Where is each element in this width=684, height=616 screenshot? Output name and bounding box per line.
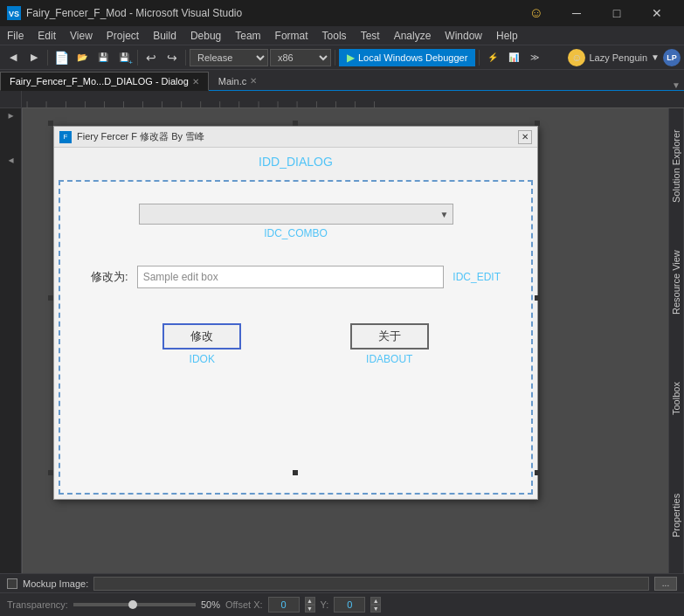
user-dropdown-icon[interactable]: ▼ bbox=[651, 52, 660, 62]
sel-handle-tl[interactable] bbox=[48, 121, 53, 126]
ruler-tick-2: | bbox=[65, 100, 66, 107]
redo-icon[interactable]: ↪ bbox=[162, 48, 182, 67]
dialog-inner: ▼ IDC_COMBO 修改为: Sample edit box IDC_ bbox=[59, 180, 533, 495]
offset-y-down[interactable]: ▼ bbox=[370, 605, 381, 613]
sel-handle-ml[interactable] bbox=[48, 295, 53, 301]
left-arrow-bottom[interactable]: ► bbox=[6, 156, 16, 166]
dialog-window: F Fiery Fercer F 修改器 By 雪峰 ✕ IDD_DIALOG bbox=[53, 126, 538, 500]
menu-debug[interactable]: Debug bbox=[183, 26, 228, 45]
tab-mainc-close[interactable]: ✕ bbox=[250, 76, 257, 86]
open-icon[interactable]: 📂 bbox=[73, 48, 92, 67]
new-file-icon[interactable]: 📄 bbox=[52, 48, 71, 67]
menu-format[interactable]: Format bbox=[268, 26, 315, 45]
menu-bar: File Edit View Project Build Debug Team … bbox=[0, 26, 684, 45]
ruler-tick-5: | bbox=[122, 100, 124, 107]
menu-file[interactable]: File bbox=[0, 26, 31, 45]
feedback-icon[interactable]: ☺ bbox=[516, 0, 556, 26]
menu-window[interactable]: Window bbox=[438, 26, 489, 45]
ok-button[interactable]: 修改 bbox=[162, 323, 241, 350]
svg-text:VS: VS bbox=[9, 10, 19, 18]
slider-thumb[interactable] bbox=[128, 600, 137, 609]
edit-row: 修改为: Sample edit box IDC_EDIT bbox=[91, 266, 501, 288]
configuration-combo[interactable]: Release Debug bbox=[190, 49, 268, 66]
offset-y-input[interactable]: 0 bbox=[334, 597, 365, 613]
sel-handle-bm[interactable] bbox=[293, 470, 298, 475]
ruler-tick-12: | bbox=[258, 100, 259, 107]
platform-combo[interactable]: x86 x64 bbox=[270, 49, 331, 66]
sel-handle-bl[interactable] bbox=[48, 470, 53, 475]
sel-handle-tm[interactable] bbox=[293, 121, 298, 126]
toolbar-sep-5 bbox=[479, 50, 480, 66]
bottom-area: Mockup Image: ... Transparency: 50% Offs… bbox=[0, 573, 684, 616]
sel-handle-tr[interactable] bbox=[535, 121, 540, 126]
more-icon[interactable]: ≫ bbox=[525, 48, 544, 67]
title-bar-left: VS Fairy_Fencer_F_Mod - Microsoft Visual… bbox=[7, 6, 242, 20]
transparency-value: 50% bbox=[201, 599, 220, 610]
resource-view-tab[interactable]: Resource View bbox=[669, 225, 684, 341]
menu-team[interactable]: Team bbox=[228, 26, 267, 45]
ruler-tick-10: | bbox=[219, 100, 221, 107]
window-controls: ☺ ─ □ ✕ bbox=[516, 0, 677, 26]
ruler-tick-7: | bbox=[162, 100, 163, 107]
tab-dropdown-btn[interactable]: ▼ bbox=[672, 80, 684, 90]
maximize-button[interactable]: □ bbox=[597, 0, 637, 26]
minimize-button[interactable]: ─ bbox=[556, 0, 597, 26]
offset-x-up[interactable]: ▲ bbox=[305, 597, 315, 605]
ruler-tick-15: | bbox=[315, 100, 317, 107]
dialog-edit-box[interactable]: Sample edit box bbox=[137, 266, 445, 288]
solution-explorer-tab[interactable]: Solution Explorer bbox=[669, 108, 684, 225]
left-arrow-top[interactable]: ◄ bbox=[6, 112, 16, 121]
toolbar-back-btn[interactable]: ◀ bbox=[3, 48, 23, 67]
ruler-tick-11: | bbox=[238, 100, 240, 107]
save-icon[interactable]: 💾 bbox=[93, 48, 113, 67]
window-title: Fairy_Fencer_F_Mod - Microsoft Visual St… bbox=[26, 7, 242, 19]
mockup-image-input[interactable] bbox=[93, 577, 649, 591]
properties-tab[interactable]: Properties bbox=[669, 457, 684, 573]
about-button[interactable]: 关于 bbox=[350, 323, 429, 350]
design-canvas[interactable]: F Fiery Fercer F 修改器 By 雪峰 ✕ IDD_DIALOG bbox=[23, 108, 668, 573]
offset-x-down[interactable]: ▼ bbox=[305, 605, 315, 613]
sel-handle-br[interactable] bbox=[535, 470, 540, 475]
menu-project[interactable]: Project bbox=[100, 26, 146, 45]
user-initials[interactable]: LP bbox=[663, 49, 681, 66]
left-ruler: ◄ ► bbox=[0, 91, 22, 573]
menu-tools[interactable]: Tools bbox=[315, 26, 354, 45]
ruler-tick-0: | bbox=[26, 100, 28, 107]
tab-dialog[interactable]: Fairy_Fencer_F_Mo...D_DIALOG - Dialog ✕ bbox=[0, 72, 209, 91]
menu-edit[interactable]: Edit bbox=[31, 26, 63, 45]
offset-x-input[interactable]: 0 bbox=[268, 597, 300, 613]
offset-y-up[interactable]: ▲ bbox=[370, 597, 381, 605]
dialog-buttons: 修改 IDOK 关于 IDABOUT bbox=[73, 323, 518, 365]
start-debug-button[interactable]: ▶ Local Windows Debugger bbox=[339, 49, 475, 66]
dialog-combo-box[interactable]: ▼ bbox=[139, 204, 453, 225]
ruler-tick-4: | bbox=[103, 100, 105, 107]
mockup-browse-btn[interactable]: ... bbox=[654, 577, 677, 591]
sel-handle-mr[interactable] bbox=[535, 295, 540, 301]
dialog-close-btn[interactable]: ✕ bbox=[518, 130, 532, 144]
close-button[interactable]: ✕ bbox=[637, 0, 677, 26]
menu-test[interactable]: Test bbox=[354, 26, 387, 45]
undo-icon[interactable]: ↩ bbox=[142, 48, 161, 67]
menu-view[interactable]: View bbox=[63, 26, 100, 45]
toolbox-tab[interactable]: Toolbox bbox=[669, 341, 684, 457]
attach-icon[interactable]: ⚡ bbox=[483, 48, 502, 67]
toolbar-forward-btn[interactable]: ▶ bbox=[24, 48, 44, 67]
menu-help[interactable]: Help bbox=[489, 26, 525, 45]
save-all-icon[interactable]: 💾+ bbox=[114, 48, 134, 67]
top-ruler: | | | | | | | | | | | | | | | bbox=[22, 91, 684, 108]
mockup-checkbox[interactable] bbox=[7, 578, 17, 589]
mockup-label: Mockup Image: bbox=[23, 578, 88, 589]
tab-dialog-label: Fairy_Fencer_F_Mo...D_DIALOG - Dialog bbox=[10, 76, 189, 87]
ruler-tick-1: | bbox=[45, 100, 47, 107]
idabout-label: IDABOUT bbox=[366, 353, 412, 365]
menu-analyze[interactable]: Analyze bbox=[387, 26, 439, 45]
idc-edit-label: IDC_EDIT bbox=[453, 271, 501, 283]
offset-x-label: Offset X: bbox=[225, 599, 263, 610]
left-ruler-body: ◄ ► bbox=[0, 108, 21, 573]
transparency-slider[interactable] bbox=[73, 603, 196, 606]
menu-build[interactable]: Build bbox=[146, 26, 183, 45]
perf-icon[interactable]: 📊 bbox=[504, 48, 523, 67]
edit-box-text: Sample edit box bbox=[143, 271, 218, 283]
tab-dialog-close[interactable]: ✕ bbox=[192, 77, 199, 87]
tab-mainc[interactable]: Main.c ✕ bbox=[209, 71, 266, 90]
